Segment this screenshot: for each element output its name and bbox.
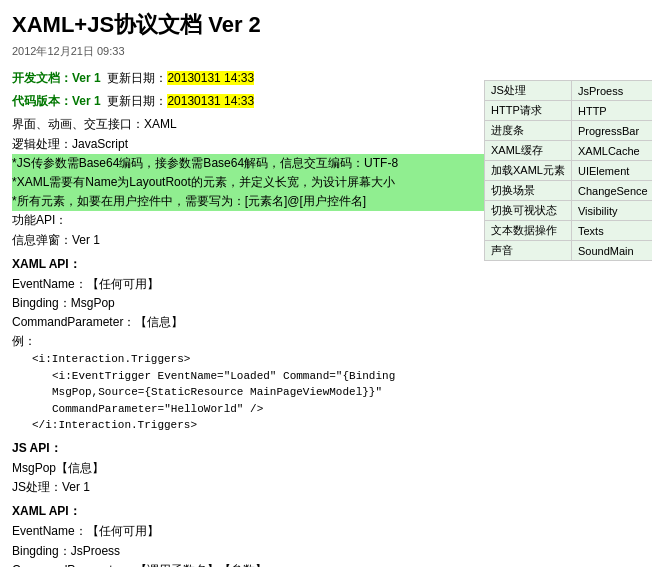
commandparam-2: CommandParameter：【调用函数名】【参数】	[12, 561, 492, 567]
sidebar-value-http: HTTP	[571, 101, 652, 121]
sidebar-value-xamlcache: XAMLCache	[571, 141, 652, 161]
sidebar-label-texts: 文本数据操作	[485, 221, 572, 241]
sidebar-label-sound: 声音	[485, 241, 572, 261]
desc-ui: 界面、动画、交互接口：XAML	[12, 115, 492, 134]
binding-1: Bingding：MsgPop	[12, 294, 492, 313]
page-title: XAML+JS协议文档 Ver 2	[12, 10, 640, 40]
dev-doc-label: 开发文档：Ver 1	[12, 71, 101, 85]
code-1-trigger: <i:Interaction.Triggers>	[32, 351, 492, 368]
sidebar-value-texts: Texts	[571, 221, 652, 241]
sidebar-label-changesence: 切换场景	[485, 181, 572, 201]
page-container: XAML+JS协议文档 Ver 2 2012年12月21日 09:33 开发文档…	[0, 0, 652, 79]
sidebar-label-jsprocess: JS处理	[485, 81, 572, 101]
sidebar-label-visibility: 切换可视状态	[485, 201, 572, 221]
desc-layoutroot: *XAML需要有Name为LayoutRoot的元素，并定义长宽，为设计屏幕大小	[12, 173, 492, 192]
sidebar-value-progress: ProgressBar	[571, 121, 652, 141]
section-xaml-api-1-title: XAML API：	[12, 256, 492, 273]
sidebar-row-texts: 文本数据操作 Texts	[485, 221, 653, 241]
sidebar-value-jsprocess: JsProess	[571, 81, 652, 101]
sidebar-value-uielement: UIElement	[571, 161, 652, 181]
date-row: 2012年12月21日 09:33	[12, 44, 640, 59]
sidebar-value-sound: SoundMain	[571, 241, 652, 261]
sidebar-row-visibility: 切换可视状态 Visibility	[485, 201, 653, 221]
sidebar-row-progress: 进度条 ProgressBar	[485, 121, 653, 141]
binding-2: Bingding：JsProess	[12, 542, 492, 561]
code-ver-update: 更新日期：20130131 14:33	[104, 94, 254, 108]
sidebar-row-http: HTTP请求 HTTP	[485, 101, 653, 121]
sidebar-label-progress: 进度条	[485, 121, 572, 141]
msgpop-js: MsgPop【信息】	[12, 459, 492, 478]
js-process-ver: JS处理：Ver 1	[12, 478, 492, 497]
desc-usercontrol: *所有元素，如要在用户控件中，需要写为：[元素名]@[用户控件名]	[12, 192, 492, 211]
sidebar-row-changesence: 切换场景 ChangeSence	[485, 181, 653, 201]
sidebar-value-changesence: ChangeSence	[571, 181, 652, 201]
commandparam-1: CommandParameter：【信息】	[12, 313, 492, 332]
sidebar-row-sound: 声音 SoundMain	[485, 241, 653, 261]
sidebar-row-jsprocess: JS处理 JsProess	[485, 81, 653, 101]
sidebar-table: JS处理 JsProess HTTP请求 HTTP 进度条 ProgressBa…	[484, 80, 652, 261]
desc-encoding: *JS传参数需Base64编码，接参数需Base64解码，信息交互编码：UTF-…	[12, 154, 492, 173]
sidebar-label-xamlcache: XAML缓存	[485, 141, 572, 161]
main-content: 开发文档：Ver 1 更新日期：20130131 14:33 代码版本：Ver …	[12, 69, 492, 567]
sidebar-value-visibility: Visibility	[571, 201, 652, 221]
sidebar-row-uielement: 加载XAML元素 UIElement	[485, 161, 653, 181]
example-1-label: 例：	[12, 332, 492, 351]
sidebar-row-xamlcache: XAML缓存 XAMLCache	[485, 141, 653, 161]
desc-msgpop-ver: 信息弹窗：Ver 1	[12, 231, 492, 250]
section-xaml-api-2-title: XAML API：	[12, 503, 492, 520]
sidebar-label-uielement: 加载XAML元素	[485, 161, 572, 181]
desc-funcapi: 功能API：	[12, 211, 492, 230]
sidebar-label-http: HTTP请求	[485, 101, 572, 121]
eventname-1: EventName：【任何可用】	[12, 275, 492, 294]
section-js-api-1-title: JS API：	[12, 440, 492, 457]
desc-logic: 逻辑处理：JavaScript	[12, 135, 492, 154]
info-block-dev: 开发文档：Ver 1 更新日期：20130131 14:33	[12, 69, 492, 88]
code-1-event: <i:EventTrigger EventName="Loaded" Comma…	[52, 368, 492, 418]
eventname-2: EventName：【任何可用】	[12, 522, 492, 541]
sidebar: JS处理 JsProess HTTP请求 HTTP 进度条 ProgressBa…	[484, 80, 644, 261]
info-block-code: 代码版本：Ver 1 更新日期：20130131 14:33	[12, 92, 492, 111]
code-1-trigger-end: </i:Interaction.Triggers>	[32, 417, 492, 434]
code-ver-label: 代码版本：Ver 1	[12, 94, 101, 108]
dev-doc-update: 更新日期：20130131 14:33	[104, 71, 254, 85]
